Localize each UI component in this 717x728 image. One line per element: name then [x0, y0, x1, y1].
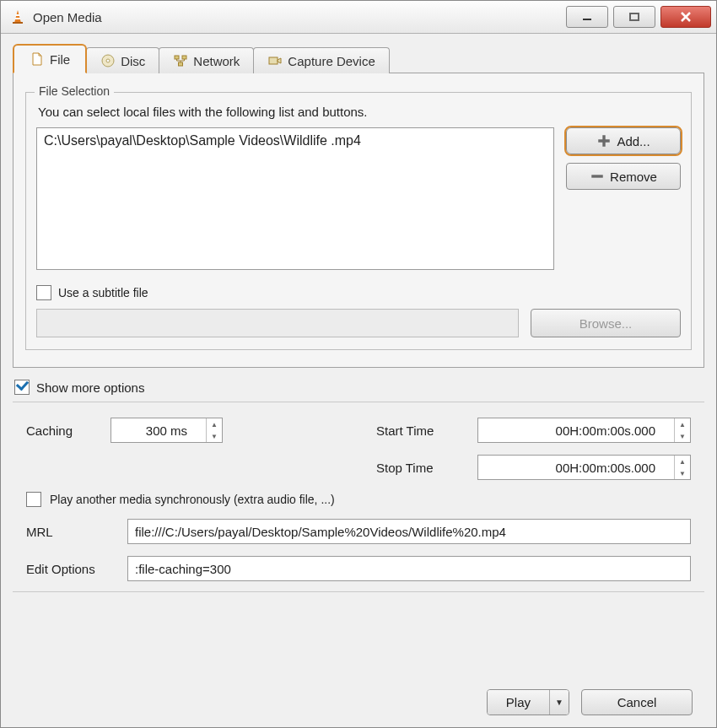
chevron-down-icon[interactable]: ▼: [675, 467, 690, 479]
tab-capture-device[interactable]: Capture Device: [253, 47, 389, 73]
add-button[interactable]: Add...: [566, 127, 681, 154]
chevron-up-icon[interactable]: ▲: [207, 418, 222, 430]
window-controls: [566, 6, 711, 28]
svg-rect-11: [269, 57, 278, 64]
cancel-button-label: Cancel: [617, 695, 657, 709]
caching-spinbox[interactable]: 300 ms ▲▼: [111, 418, 223, 443]
subtitle-row: Use a subtitle file: [36, 285, 681, 300]
file-selection-group: File Selection You can select local file…: [25, 92, 692, 350]
add-button-label: Add...: [617, 134, 650, 148]
svg-rect-1: [13, 22, 23, 24]
title-bar: Open Media: [1, 1, 716, 34]
show-more-options-checkbox[interactable]: [14, 380, 30, 395]
show-more-options-label: Show more options: [36, 380, 144, 395]
tab-label: Capture Device: [288, 54, 375, 68]
caching-value: 300 ms: [111, 423, 206, 438]
spin-control[interactable]: ▲▼: [674, 418, 690, 442]
spin-control[interactable]: ▲▼: [674, 456, 690, 479]
start-time-spinbox[interactable]: 00H:00m:00s.000 ▲▼: [477, 418, 691, 443]
minimize-button[interactable]: [566, 6, 608, 28]
svg-rect-9: [182, 56, 186, 59]
chevron-down-icon[interactable]: ▼: [675, 430, 690, 442]
tab-label: Disc: [121, 54, 145, 68]
file-icon: [30, 51, 45, 67]
stop-time-spinbox[interactable]: 00H:00m:00s.000 ▲▼: [477, 455, 691, 480]
remove-button[interactable]: Remove: [566, 163, 681, 190]
chevron-up-icon[interactable]: ▲: [675, 456, 690, 467]
play-another-checkbox[interactable]: [26, 492, 41, 507]
window-title: Open Media: [33, 10, 102, 24]
tab-network[interactable]: Network: [159, 47, 254, 73]
use-subtitle-checkbox[interactable]: [36, 285, 51, 300]
file-selection-hint: You can select local files with the foll…: [38, 105, 681, 119]
minus-icon: [590, 169, 605, 184]
edit-options-row: Edit Options :file-caching=300: [26, 556, 691, 581]
disc-icon: [100, 53, 116, 68]
file-area: C:\Users\payal\Desktop\Sample Videos\Wil…: [36, 127, 681, 270]
edit-options-input[interactable]: :file-caching=300: [127, 556, 691, 581]
file-list-item[interactable]: C:\Users\payal\Desktop\Sample Videos\Wil…: [44, 133, 547, 148]
mrl-input[interactable]: file:///C:/Users/payal/Desktop/Sample%20…: [127, 519, 691, 544]
edit-options-label: Edit Options: [26, 562, 119, 576]
stop-time-row: Stop Time 00H:00m:00s.000 ▲▼: [26, 455, 691, 480]
open-media-window: Open Media File: [0, 0, 717, 728]
svg-rect-3: [15, 18, 20, 19]
play-dropdown-toggle[interactable]: ▼: [549, 690, 569, 715]
svg-rect-8: [175, 56, 179, 59]
svg-marker-0: [14, 10, 21, 23]
show-more-options-row: Show more options: [14, 380, 703, 395]
play-button-label: Play: [488, 690, 549, 715]
minimize-icon: [581, 11, 593, 23]
stop-time-label: Stop Time: [376, 461, 469, 475]
close-icon: [679, 10, 693, 24]
cancel-button[interactable]: Cancel: [581, 689, 693, 715]
chevron-down-icon[interactable]: ▼: [207, 430, 222, 442]
caching-label: Caching: [26, 423, 102, 438]
caching-start-row: Caching 300 ms ▲▼ Start Time 00H:00m:00s…: [26, 418, 691, 443]
spin-control[interactable]: ▲▼: [206, 418, 222, 442]
file-list[interactable]: C:\Users\payal\Desktop\Sample Videos\Wil…: [36, 127, 554, 270]
maximize-button[interactable]: [613, 6, 655, 28]
play-another-label: Play another media synchronously (extra …: [50, 493, 335, 506]
plus-icon: [596, 133, 612, 148]
tab-file[interactable]: File: [13, 44, 87, 73]
stop-time-value: 00H:00m:00s.000: [478, 461, 674, 475]
file-panel: File Selection You can select local file…: [13, 73, 704, 368]
svg-rect-2: [16, 14, 20, 16]
start-time-value: 00H:00m:00s.000: [478, 423, 674, 438]
capture-device-icon: [267, 53, 283, 68]
svg-rect-5: [630, 13, 639, 20]
tab-strip: File Disc Network Capture Device: [13, 40, 704, 73]
dialog-footer: Play ▼ Cancel: [13, 676, 704, 715]
network-icon: [173, 53, 188, 68]
use-subtitle-label: Use a subtitle file: [58, 286, 148, 299]
mrl-row: MRL file:///C:/Users/payal/Desktop/Sampl…: [26, 519, 691, 544]
browse-label: Browse...: [580, 316, 633, 331]
play-another-row: Play another media synchronously (extra …: [26, 492, 691, 507]
svg-rect-10: [179, 62, 183, 66]
subtitle-line: Browse...: [36, 309, 681, 337]
tab-label: File: [50, 52, 70, 67]
play-button[interactable]: Play ▼: [487, 689, 569, 715]
tab-label: Network: [193, 54, 240, 68]
chevron-down-icon: ▼: [555, 698, 563, 707]
advanced-options-panel: Caching 300 ms ▲▼ Start Time 00H:00m:00s…: [13, 402, 704, 592]
file-selection-legend: File Selection: [35, 84, 114, 98]
tab-disc[interactable]: Disc: [86, 47, 159, 73]
chevron-up-icon[interactable]: ▲: [675, 418, 690, 430]
subtitle-path-input: [36, 309, 519, 337]
close-button[interactable]: [660, 6, 711, 28]
maximize-icon: [628, 11, 640, 23]
mrl-label: MRL: [26, 525, 119, 539]
remove-button-label: Remove: [610, 170, 657, 184]
dialog-body: File Disc Network Capture Device: [1, 34, 716, 727]
vlc-cone-icon: [9, 8, 26, 25]
file-buttons: Add... Remove: [566, 127, 681, 270]
svg-point-7: [106, 59, 110, 62]
browse-subtitle-button: Browse...: [531, 309, 681, 337]
start-time-label: Start Time: [376, 423, 469, 438]
